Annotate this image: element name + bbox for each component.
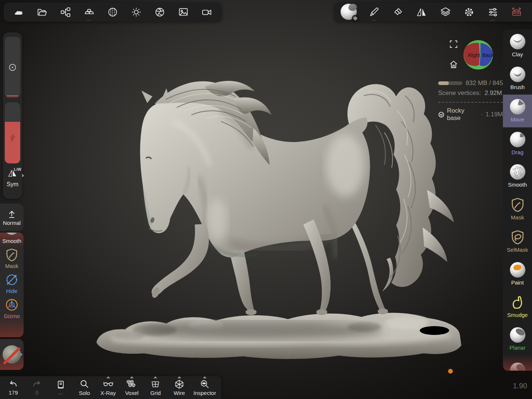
symmetry-button[interactable] [413, 4, 430, 21]
quick-tool-gizmo[interactable]: Gizmo [0, 298, 24, 319]
material-expand-arrow[interactable] [20, 353, 22, 356]
scene-info-panel: 832 MB / 845 M Scene vertices: 2.92M Roc… [438, 80, 503, 122]
stroke-mode-panel[interactable]: Normal [0, 204, 24, 231]
separator-dashed [438, 102, 503, 103]
intensity-slider-fill [5, 122, 20, 163]
bottom-item-label: Inspector [193, 390, 216, 396]
material-disabled-panel[interactable] [0, 339, 24, 370]
mirror-icon [416, 7, 427, 17]
quick-tool-hide[interactable]: Hide [0, 273, 24, 294]
inspector-button[interactable]: Inspector [193, 379, 216, 396]
fullscreen-button[interactable] [450, 40, 458, 50]
xray-button[interactable]: X-Ray [99, 379, 118, 396]
raised-front-leg [151, 224, 209, 299]
body-shading [143, 110, 364, 258]
grid-button[interactable]: Grid [146, 379, 165, 396]
lighting-button[interactable] [128, 4, 144, 21]
brush-settings-panel: L/W Sym [3, 32, 22, 199]
sym-expand-arrow[interactable] [22, 174, 24, 177]
smudge-finger-icon [510, 294, 525, 310]
nav-face-back[interactable]: Back [482, 52, 494, 58]
brush-preview-button[interactable] [339, 4, 359, 21]
tool-planar[interactable]: Planar [503, 323, 532, 356]
undo-icon [8, 380, 18, 389]
scene-graph-button[interactable] [57, 4, 74, 21]
tool-move-selected[interactable]: Move [503, 95, 532, 127]
gear-icon [464, 7, 474, 17]
settings-button[interactable] [461, 4, 477, 21]
mane [155, 81, 272, 165]
wireframe-sphere-icon [438, 112, 444, 118]
home-icon [449, 60, 458, 69]
material-button[interactable] [390, 4, 406, 21]
tool-mask[interactable]: Mask [503, 193, 532, 225]
image-icon [178, 7, 189, 17]
planar-sphere-icon [510, 327, 525, 343]
mask-shield-icon [5, 248, 19, 262]
tool-brush[interactable]: Brush [503, 62, 532, 95]
matcap-button[interactable] [105, 4, 121, 21]
layers-button[interactable] [437, 4, 454, 21]
quick-tool-label: Smooth [2, 238, 21, 244]
node-graph-icon [60, 7, 71, 17]
undo-button[interactable]: 179 [4, 380, 23, 396]
quick-tools-panel: Smooth Mask Hide Gizmo [0, 233, 24, 337]
radius-slider[interactable] [5, 37, 20, 98]
tool-clay[interactable]: Clay [503, 29, 532, 62]
tool-label: Smudge [507, 312, 528, 318]
bottom-item-label: X-Ray [101, 390, 116, 396]
orientation-sphere[interactable]: Right Back [463, 39, 494, 72]
horse-body [140, 91, 370, 257]
tool-drag[interactable]: Drag [503, 127, 532, 160]
bottom-item-label: Grid [150, 390, 161, 396]
overflow-dots: ... [87, 18, 91, 21]
quick-tool-label: Gizmo [4, 313, 20, 319]
memory-bar [438, 81, 462, 85]
move-sphere-icon [510, 99, 525, 114]
stroke-button[interactable]: ... [366, 4, 382, 21]
tool-paint[interactable]: Paint [503, 258, 532, 290]
voxel-button[interactable]: Voxel [122, 379, 141, 396]
brush-gear-badge [352, 15, 359, 22]
mask-shield-icon [510, 197, 525, 212]
active-object-name[interactable]: Rocky base [447, 107, 478, 122]
material-sphere-icon [3, 345, 21, 364]
parameters-button[interactable]: ... [485, 4, 501, 21]
top-left-toolbar: ... [4, 3, 222, 22]
notification-dot[interactable] [448, 369, 453, 374]
brush-preview-sphere [341, 4, 357, 21]
tool-smudge[interactable]: Smudge [503, 290, 532, 323]
home-button[interactable] [449, 60, 458, 70]
app-logo-button[interactable] [10, 4, 27, 21]
tool-selmask[interactable]: SelMask [503, 225, 532, 258]
tool-label: Drag [511, 149, 524, 155]
intensity-slider[interactable] [5, 102, 20, 163]
scene-vertices-label: Scene vertices: [438, 89, 481, 97]
background-button[interactable]: ... [81, 4, 97, 21]
camera-button[interactable] [199, 4, 215, 21]
sculpt-viewport[interactable]: Right Back 832 MB / 845 M Scene vertices… [0, 0, 532, 399]
nav-face-right[interactable]: Right [468, 52, 480, 58]
quick-tool-smooth[interactable]: Smooth [0, 238, 24, 244]
wire-button[interactable]: Wire [170, 379, 189, 396]
bricks-icon [84, 7, 94, 17]
paint-sphere-icon [510, 262, 525, 278]
solo-button[interactable]: Solo [75, 379, 94, 396]
files-button[interactable] [34, 4, 50, 21]
hide-dotted-icon [5, 273, 19, 287]
postprocess-button[interactable] [152, 4, 168, 21]
symmetry-toggle[interactable]: L/W Sym [3, 169, 22, 188]
grid-icon [151, 379, 160, 389]
bottom-item-label: Solo [79, 390, 90, 396]
zoom-level: 1.90 [513, 382, 527, 390]
quick-tool-mask[interactable]: Mask [0, 248, 24, 269]
bottom-item-label: Wire [173, 390, 185, 396]
redo-button[interactable]: 0 [27, 380, 46, 396]
tool-smooth[interactable]: Smooth [503, 160, 532, 193]
video-camera-icon [202, 7, 212, 17]
active-object-vertices: 1.19M [486, 111, 503, 118]
toolbox-button[interactable] [508, 4, 525, 21]
render-image-button[interactable] [175, 4, 191, 21]
history-button[interactable]: ... [51, 380, 70, 395]
quick-tool-partial-icon [5, 233, 19, 235]
